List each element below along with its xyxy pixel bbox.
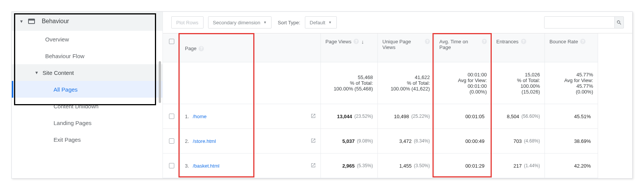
row-unique: 1,455(3.50%)	[378, 154, 435, 178]
summary-sub: 00:01:00	[467, 83, 487, 89]
row-entrances: 703(4.68%)	[492, 129, 545, 154]
row-checkbox[interactable]	[169, 138, 174, 144]
help-icon[interactable]: ?	[354, 39, 359, 44]
help-icon[interactable]: ?	[580, 39, 586, 44]
sort-desc-icon: ↓	[361, 39, 364, 45]
column-header-avg-time[interactable]: Avg. Time on Page ?	[435, 33, 492, 62]
column-label: Bounce Rate	[549, 39, 578, 44]
nav-item-site-content[interactable]: Site Content	[12, 64, 163, 81]
row-checkbox[interactable]	[169, 163, 174, 168]
page-link[interactable]: /basket.html	[193, 163, 219, 169]
summary-sub: % of Total:	[350, 80, 373, 86]
row-avg-time: 00:01:05	[435, 104, 492, 129]
external-link-icon[interactable]	[311, 163, 316, 169]
page-link[interactable]: /store.html	[193, 138, 216, 144]
summary-blank	[163, 62, 180, 104]
row-page-cell: 1. /home	[180, 104, 321, 129]
nav-item-content-drilldown[interactable]: Content Drilldown	[12, 98, 163, 114]
row-avg-time: 00:01:29	[435, 154, 492, 178]
row-pageviews: 2,965(5.35%)	[321, 154, 378, 178]
summary-sub: (0.00%)	[469, 89, 487, 95]
help-icon[interactable]: ?	[425, 39, 430, 44]
search-box	[544, 16, 624, 28]
summary-page-blank	[180, 62, 321, 104]
sidebar: Behaviour Overview Behaviour Flow Site C…	[12, 12, 163, 178]
summary-sub: Avg for View:	[564, 78, 593, 83]
summary-bounce-rate: 45.77% Avg for View: 45.77% (0.00%)	[545, 62, 598, 104]
summary-value: 45.77%	[576, 72, 593, 78]
summary-sub: (15,026)	[522, 89, 540, 95]
help-icon[interactable]: ?	[199, 46, 204, 51]
secondary-dimension-dropdown[interactable]: Secondary dimension	[208, 16, 272, 28]
nav-item-label: Exit Pages	[54, 136, 81, 143]
column-label: Unique Page Views	[382, 39, 423, 50]
row-checkbox-cell	[163, 154, 180, 178]
nav-item-label: Content Drilldown	[54, 103, 98, 109]
column-label: Avg. Time on Page	[439, 39, 480, 50]
scrollbar-thumb[interactable]	[159, 61, 161, 103]
row-unique: 3,472(8.34%)	[378, 129, 435, 154]
column-header-page-views[interactable]: Page Views ? ↓	[321, 33, 378, 62]
help-icon[interactable]: ?	[521, 39, 526, 44]
column-header-page[interactable]: Page ?	[180, 33, 321, 62]
plot-rows-button[interactable]: Plot Rows	[171, 16, 204, 28]
row-page-cell: 3. /basket.html	[180, 154, 321, 178]
summary-sub: 100.00% (55,468)	[334, 86, 373, 92]
button-label: Secondary dimension	[213, 20, 260, 25]
summary-value: 15,026	[525, 72, 540, 78]
nav-section-label: Behaviour	[42, 18, 69, 25]
row-bounce: 45.51%	[545, 104, 598, 129]
column-header-unique-page-views[interactable]: Unique Page Views ?	[378, 33, 435, 62]
row-page-cell: 2. /store.html	[180, 129, 321, 154]
main-content: Plot Rows Secondary dimension Sort Type:…	[163, 12, 632, 178]
summary-sub: 100.00%	[521, 83, 540, 89]
external-link-icon[interactable]	[311, 113, 316, 120]
row-checkbox-cell	[163, 104, 180, 129]
sort-type-dropdown[interactable]: Default	[305, 16, 337, 28]
nav-item-landing-pages[interactable]: Landing Pages	[12, 114, 163, 131]
summary-page-views: 55,468 % of Total: 100.00% (55,468)	[321, 62, 378, 104]
nav-item-label: Behaviour Flow	[45, 53, 84, 59]
data-table: Page ? Page Views ? ↓ Unique Page Views …	[163, 33, 632, 178]
row-bounce: 42.20%	[545, 154, 598, 178]
summary-sub: (0.00%)	[576, 89, 593, 95]
nav-section-behaviour[interactable]: Behaviour	[12, 12, 163, 31]
column-header-entrances[interactable]: Entrances ?	[492, 33, 545, 62]
summary-sub: % of Total:	[517, 78, 540, 83]
summary-avg-time: 00:01:00 Avg for View: 00:01:00 (0.00%)	[435, 62, 492, 104]
help-icon[interactable]: ?	[482, 39, 487, 44]
search-icon	[616, 20, 622, 25]
summary-unique-page-views: 41,622 % of Total: 100.00% (41,622)	[378, 62, 435, 104]
summary-entrances: 15,026 % of Total: 100.00% (15,026)	[492, 62, 545, 104]
nav-item-label: Overview	[45, 36, 69, 43]
summary-sub: Avg for View:	[458, 78, 487, 83]
button-label: Default	[310, 20, 325, 25]
nav-item-behaviour-flow[interactable]: Behaviour Flow	[12, 48, 163, 64]
row-entrances: 217(1.44%)	[492, 154, 545, 178]
row-checkbox-cell	[163, 129, 180, 154]
row-checkbox[interactable]	[169, 114, 174, 119]
search-button[interactable]	[614, 17, 623, 28]
row-number: 2.	[185, 138, 189, 144]
summary-value: 41,622	[415, 74, 430, 80]
sort-type-label: Sort Type:	[278, 20, 300, 25]
select-all-checkbox[interactable]	[169, 39, 174, 44]
row-number: 1.	[185, 114, 189, 119]
nav-item-all-pages[interactable]: All Pages	[12, 81, 163, 98]
caret-down-icon	[19, 19, 24, 24]
external-link-icon[interactable]	[311, 138, 316, 144]
search-input[interactable]	[545, 17, 614, 28]
row-bounce: 38.69%	[545, 129, 598, 154]
nav-item-overview[interactable]: Overview	[12, 31, 163, 48]
summary-value: 00:01:00	[467, 72, 487, 78]
row-pageviews: 13,044(23.52%)	[321, 104, 378, 129]
nav-item-label: All Pages	[54, 86, 77, 93]
summary-sub: 100.00% (41,622)	[391, 86, 430, 92]
page-link[interactable]: /home	[193, 114, 207, 119]
nav-item-exit-pages[interactable]: Exit Pages	[12, 131, 163, 148]
behaviour-icon	[28, 19, 35, 24]
column-label: Page Views	[325, 39, 351, 44]
column-header-bounce-rate[interactable]: Bounce Rate ?	[545, 33, 598, 62]
toolbar: Plot Rows Secondary dimension Sort Type:…	[163, 12, 632, 33]
caret-down-icon	[35, 70, 39, 75]
